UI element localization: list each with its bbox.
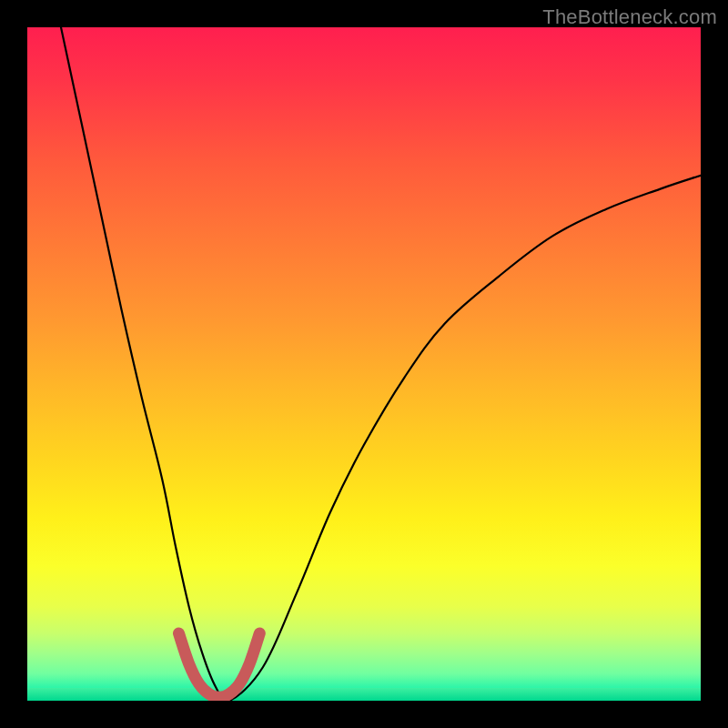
bottleneck-curve [61, 27, 701, 701]
curve-layer [27, 27, 701, 701]
watermark-text: TheBottleneck.com [542, 5, 717, 29]
plot-area [27, 27, 701, 701]
chart-frame: TheBottleneck.com [0, 0, 728, 728]
